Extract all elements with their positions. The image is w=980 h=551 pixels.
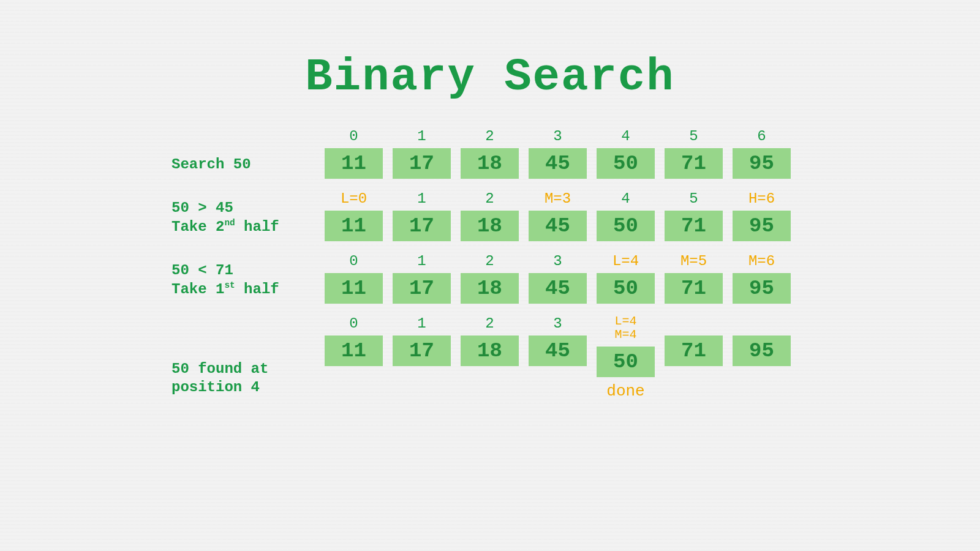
- array-value: 18: [461, 148, 519, 179]
- cell: L=450: [597, 252, 655, 304]
- array-value: 11: [325, 273, 383, 304]
- array-value: 11: [325, 211, 383, 241]
- step-row: 50 > 45Take 2nd halfL=011117218M=3454505…: [172, 190, 809, 241]
- array-value: 95: [733, 148, 791, 179]
- index-label: 4: [621, 127, 630, 146]
- array-value: 50: [597, 347, 655, 377]
- index-label: M=6: [748, 252, 775, 271]
- index-label: 3: [553, 315, 562, 333]
- array-value: 17: [393, 148, 451, 179]
- cell: 695: [733, 127, 791, 179]
- index-label: L=0: [341, 190, 367, 208]
- array-value: 95: [733, 335, 791, 366]
- page-title: Binary Search: [0, 0, 980, 103]
- array-value: 50: [597, 211, 655, 241]
- array-value: 50: [597, 148, 655, 179]
- array-value: 71: [665, 148, 723, 179]
- cells-container: L=011117218M=345450571H=695: [325, 190, 791, 241]
- index-label: [689, 315, 698, 333]
- cell: H=695: [733, 190, 791, 241]
- index-label: L=4: [612, 252, 639, 271]
- index-label: M=3: [545, 190, 571, 208]
- index-label: 0: [349, 252, 358, 271]
- array-value: 45: [529, 273, 587, 304]
- step-description: Search 50: [172, 156, 325, 179]
- cell: M=345: [529, 190, 587, 241]
- array-value: 71: [665, 273, 723, 304]
- array-value: 71: [665, 211, 723, 241]
- index-label: 2: [485, 127, 494, 146]
- cell: 117: [393, 190, 451, 241]
- cells-container: 011.117.218.345.L=4M=450done 71. 95.: [325, 315, 791, 402]
- footer-label: done: [606, 381, 644, 402]
- cell: 011.: [325, 315, 383, 402]
- cell: 218: [461, 252, 519, 304]
- index-label: 2: [485, 190, 494, 208]
- index-label: 0: [349, 127, 358, 146]
- index-label: 3: [553, 127, 562, 146]
- array-value: 17: [393, 211, 451, 241]
- array-value: 17: [393, 273, 451, 304]
- index-label: 2: [485, 252, 494, 271]
- index-label: 6: [757, 127, 766, 146]
- step-description: 50 < 71Take 1st half: [172, 261, 325, 304]
- array-value: 50: [597, 273, 655, 304]
- cell: 571: [665, 190, 723, 241]
- cell: 117: [393, 127, 451, 179]
- cell: 345: [529, 127, 587, 179]
- cell: L=011: [325, 190, 383, 241]
- cell: 345: [529, 252, 587, 304]
- index-label: 1: [417, 252, 426, 271]
- cell: 011: [325, 252, 383, 304]
- array-value: 45: [529, 335, 587, 366]
- step-row: 50 < 71Take 1st half011117218345L=450M=5…: [172, 252, 809, 304]
- index-label: 2: [485, 315, 494, 333]
- cell: 117.: [393, 315, 451, 402]
- cell: L=4M=450done: [597, 315, 655, 402]
- array-value: 18: [461, 211, 519, 241]
- cell: M=571: [665, 252, 723, 304]
- array-value: 71: [665, 335, 723, 366]
- cell: 011: [325, 127, 383, 179]
- array-value: 95: [733, 211, 791, 241]
- cell: 345.: [529, 315, 587, 402]
- cell: 95.: [733, 315, 791, 402]
- index-label: 4: [621, 190, 630, 208]
- cell: 450: [597, 190, 655, 241]
- cells-container: 011117218345450571695: [325, 127, 791, 179]
- cell: 71.: [665, 315, 723, 402]
- cell: 571: [665, 127, 723, 179]
- index-label: 5: [689, 190, 698, 208]
- cell: M=695: [733, 252, 791, 304]
- index-label: 0: [349, 315, 358, 333]
- cell: 117: [393, 252, 451, 304]
- array-value: 18: [461, 273, 519, 304]
- index-label: 1: [417, 190, 426, 208]
- array-value: 18: [461, 335, 519, 366]
- array-value: 11: [325, 148, 383, 179]
- cell: 218: [461, 127, 519, 179]
- step-row: Search 50011117218345450571695: [172, 127, 809, 179]
- cell: 218: [461, 190, 519, 241]
- cell: 450: [597, 127, 655, 179]
- array-value: 95: [733, 273, 791, 304]
- index-label: 3: [553, 252, 562, 271]
- step-description: 50 > 45Take 2nd half: [172, 199, 325, 241]
- index-label: 1: [417, 127, 426, 146]
- array-value: 17: [393, 335, 451, 366]
- index-label: [757, 315, 766, 333]
- step-row: 50 found atposition 4011.117.218.345.L=4…: [172, 315, 809, 402]
- index-label: L=4M=4: [614, 315, 636, 344]
- index-label: 1: [417, 315, 426, 333]
- index-label: M=5: [680, 252, 707, 271]
- array-value: 45: [529, 148, 587, 179]
- index-label: 5: [689, 127, 698, 146]
- array-value: 45: [529, 211, 587, 241]
- index-label: H=6: [748, 190, 775, 208]
- diagram-container: Search 5001111721834545057169550 > 45Tak…: [172, 127, 809, 402]
- array-value: 11: [325, 335, 383, 366]
- cell: 218.: [461, 315, 519, 402]
- step-description: 50 found atposition 4: [172, 360, 325, 402]
- cells-container: 011117218345L=450M=571M=695: [325, 252, 791, 304]
